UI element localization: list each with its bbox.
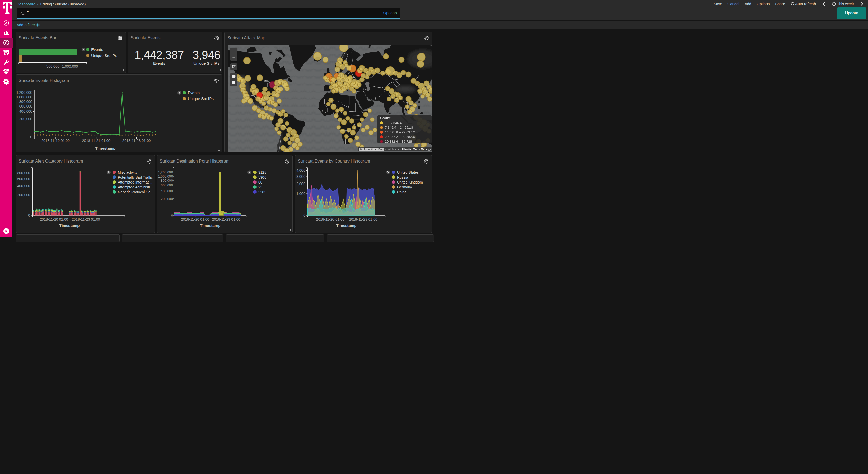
- svg-text:3,000: 3,000: [296, 174, 305, 179]
- svg-text:200,000: 200,000: [17, 193, 30, 197]
- svg-text:1,000,000: 1,000,000: [62, 64, 78, 68]
- svg-text:600,000: 600,000: [17, 177, 30, 181]
- svg-text:600,000: 600,000: [19, 104, 32, 108]
- svg-text:2018-11-20 01:00: 2018-11-20 01:00: [40, 217, 68, 221]
- svg-text:2018-11-23 01:00: 2018-11-23 01:00: [122, 139, 151, 143]
- svg-text:Timestamp: Timestamp: [59, 223, 80, 228]
- svg-text:0: 0: [30, 135, 32, 139]
- svg-text:0: 0: [171, 213, 173, 217]
- svg-text:2018-11-23 01:00: 2018-11-23 01:00: [212, 217, 241, 221]
- svg-text:2018-11-21 01:00: 2018-11-21 01:00: [82, 139, 111, 143]
- svg-text:1,200,000: 1,200,000: [16, 90, 32, 95]
- svg-text:4,000: 4,000: [296, 168, 305, 172]
- svg-text:Timestamp: Timestamp: [95, 146, 116, 150]
- svg-text:200,000: 200,000: [19, 117, 32, 121]
- svg-text:Timestamp: Timestamp: [336, 223, 357, 228]
- svg-text:2018-11-23 01:00: 2018-11-23 01:00: [72, 217, 100, 221]
- svg-text:1,000,000: 1,000,000: [158, 174, 173, 178]
- svg-text:1,000: 1,000: [296, 191, 305, 196]
- svg-text:400,000: 400,000: [161, 189, 173, 193]
- svg-text:600,000: 600,000: [161, 183, 173, 187]
- svg-text:1,000,000: 1,000,000: [16, 95, 32, 99]
- svg-text:2018-11-19 01:00: 2018-11-19 01:00: [41, 139, 70, 143]
- svg-text:800,000: 800,000: [17, 171, 30, 175]
- svg-text:0: 0: [28, 213, 30, 217]
- svg-text:2,000: 2,000: [296, 182, 305, 186]
- svg-text:2018-11-20 01:00: 2018-11-20 01:00: [181, 217, 210, 221]
- svg-text:400,000: 400,000: [19, 109, 32, 114]
- svg-text:500,000: 500,000: [46, 64, 60, 68]
- svg-text:Timestamp: Timestamp: [200, 223, 221, 228]
- svg-text:2018-11-20 01:00: 2018-11-20 01:00: [316, 217, 345, 221]
- svg-text:400,000: 400,000: [17, 184, 30, 188]
- svg-text:2018-11-23 01:00: 2018-11-23 01:00: [349, 217, 377, 221]
- svg-text:0: 0: [303, 213, 305, 217]
- svg-text:1,200,000: 1,200,000: [158, 170, 173, 174]
- svg-text:800,000: 800,000: [161, 179, 173, 182]
- svg-text:200,000: 200,000: [161, 197, 173, 201]
- svg-text:800,000: 800,000: [19, 99, 32, 103]
